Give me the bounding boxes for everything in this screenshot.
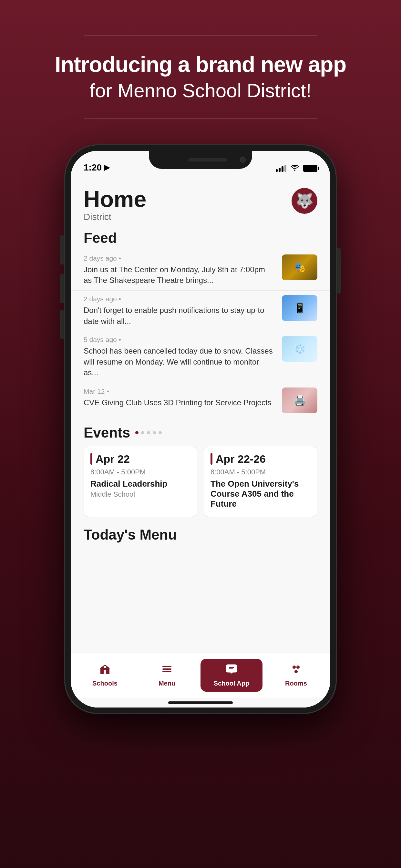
feed-meta-4: Mar 12 • — [84, 388, 275, 395]
events-title: Events — [84, 425, 130, 441]
theater-image: 🎭 — [282, 254, 317, 280]
feed-thumb-3: ❄️ — [282, 336, 317, 362]
svg-rect-5 — [162, 669, 172, 670]
dot-1 — [135, 431, 138, 434]
notch-camera — [240, 157, 246, 163]
phone-image: 📱 — [282, 295, 317, 321]
menu-icon — [161, 663, 173, 678]
header-title: Home — [84, 188, 146, 211]
svg-rect-3 — [104, 666, 106, 668]
event-card-1[interactable]: Apr 22 8:00AM - 5:00PM Radical Leadershi… — [84, 446, 197, 517]
event-card-2[interactable]: Apr 22-26 8:00AM - 5:00PM The Open Unive… — [204, 446, 317, 517]
notch-speaker — [188, 158, 227, 161]
feed-section-title: Feed — [71, 222, 330, 250]
tab-school-app[interactable]: School App — [201, 659, 263, 692]
event-bar-1 — [90, 453, 92, 465]
event-name-2: The Open University's Course A305 and th… — [211, 479, 311, 509]
feed-text-3: 5 days ago • School has been cancelled t… — [84, 336, 275, 378]
tab-schools[interactable]: Schools — [74, 659, 136, 692]
dot-5 — [158, 431, 162, 434]
headline-light: for Menno School District! — [55, 79, 346, 102]
school-app-icon — [226, 663, 237, 678]
feed-item-1: 2 days ago • Join us at The Center on Mo… — [71, 250, 330, 290]
feed-text-1: 2 days ago • Join us at The Center on Mo… — [84, 254, 275, 286]
tab-rooms[interactable]: Rooms — [265, 659, 327, 692]
app-content: Home District 🐺 Feed 2 days ago • Join u… — [71, 151, 330, 708]
rooms-icon — [290, 663, 302, 678]
event-name-1: Radical Leadership — [90, 479, 190, 489]
feed-item-2: 2 days ago • Don't forget to enable push… — [71, 290, 330, 331]
dot-3 — [147, 431, 150, 434]
feed-meta-3: 5 days ago • — [84, 336, 275, 344]
svg-rect-9 — [229, 669, 233, 669]
dot-4 — [153, 431, 156, 434]
status-right — [276, 164, 317, 173]
headline-bold: Introducing a brand new app — [55, 52, 346, 76]
notch — [149, 151, 252, 169]
app-header: Home District 🐺 — [71, 178, 330, 222]
print-image: 🖨️ — [282, 388, 317, 413]
feed-text-2: 2 days ago • Don't forget to enable push… — [84, 295, 275, 327]
tab-menu-label: Menu — [158, 680, 175, 687]
svg-point-11 — [297, 665, 300, 669]
feed-text-4: Mar 12 • CVE Giving Club Uses 3D Printin… — [84, 388, 275, 408]
signal-bars — [276, 165, 286, 172]
event-time-1: 8:00AM - 5:00PM — [90, 468, 190, 476]
svg-point-12 — [295, 670, 298, 673]
feed-thumb-1: 🎭 — [282, 254, 317, 280]
top-divider — [84, 35, 317, 36]
events-header: Events — [71, 418, 330, 446]
event-date-row-2: Apr 22-26 — [211, 453, 311, 465]
event-date-1: Apr 22 — [96, 453, 130, 465]
event-loc-1: Middle School — [90, 490, 190, 499]
status-time: 1:20 ▶ — [84, 162, 110, 173]
feed-meta-1: 2 days ago • — [84, 254, 275, 262]
svg-rect-1 — [104, 670, 106, 674]
header-subtitle: District — [84, 212, 146, 222]
app-scroll[interactable]: Home District 🐺 Feed 2 days ago • Join u… — [71, 151, 330, 653]
headline-section: Introducing a brand new app for Menno Sc… — [23, 52, 378, 102]
header-text: Home District — [84, 188, 146, 222]
phone-mockup: 1:20 ▶ — [65, 145, 336, 713]
feed-body-1: Join us at The Center on Monday, July 8t… — [84, 264, 275, 286]
dot-2 — [141, 431, 144, 434]
home-bar — [168, 702, 233, 704]
svg-rect-8 — [229, 667, 234, 668]
feed-item-3: 5 days ago • School has been cancelled t… — [71, 331, 330, 383]
menu-title: Today's Menu — [71, 523, 330, 543]
feed-thumb-4: 🖨️ — [282, 388, 317, 413]
tab-menu[interactable]: Menu — [136, 659, 198, 692]
feed-body-4: CVE Giving Club Uses 3D Printing for Ser… — [84, 397, 275, 408]
svg-rect-4 — [162, 666, 172, 667]
feed-body-3: School has been cancelled today due to s… — [84, 345, 275, 378]
event-date-2: Apr 22-26 — [216, 453, 266, 465]
feed-meta-2: 2 days ago • — [84, 295, 275, 303]
tab-school-app-label: School App — [214, 680, 249, 687]
wolf-icon: 🐺 — [296, 194, 313, 208]
wifi-icon — [290, 164, 299, 173]
svg-rect-6 — [162, 671, 172, 672]
home-indicator — [71, 698, 330, 708]
location-icon: ▶ — [104, 163, 110, 172]
snow-image: ❄️ — [282, 336, 317, 362]
tab-schools-label: Schools — [92, 680, 118, 687]
events-row: Apr 22 8:00AM - 5:00PM Radical Leadershi… — [71, 446, 330, 523]
svg-point-10 — [292, 665, 296, 669]
tab-rooms-label: Rooms — [285, 680, 307, 687]
tab-bar: Schools Menu — [71, 653, 330, 698]
event-bar-2 — [211, 453, 212, 465]
avatar: 🐺 — [291, 188, 317, 214]
feed-thumb-2: 📱 — [282, 295, 317, 321]
event-time-2: 8:00AM - 5:00PM — [211, 468, 311, 476]
battery-icon — [303, 165, 317, 172]
events-dots — [135, 431, 162, 434]
phone-inner: 1:20 ▶ — [71, 151, 330, 708]
bottom-divider — [84, 119, 317, 119]
event-date-row-1: Apr 22 — [90, 453, 190, 465]
phone-outer: 1:20 ▶ — [65, 145, 336, 713]
feed-body-2: Don't forget to enable push notification… — [84, 305, 275, 327]
schools-icon — [99, 663, 111, 678]
feed-item-4: Mar 12 • CVE Giving Club Uses 3D Printin… — [71, 383, 330, 418]
